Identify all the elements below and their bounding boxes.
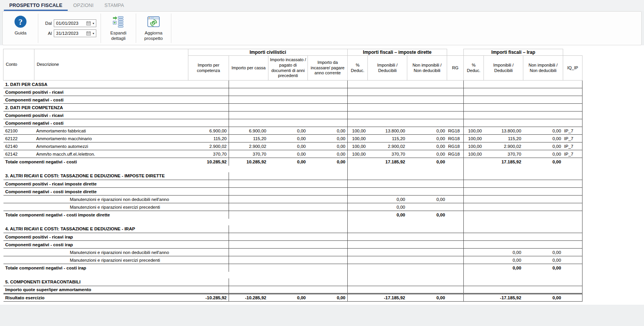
cell-num — [407, 88, 447, 96]
header-pct-deduc-irap: % Deduc. — [464, 56, 484, 81]
cell-num — [484, 188, 523, 196]
cell-num — [368, 166, 407, 172]
cell-num: 0,00 — [308, 294, 348, 302]
cell-num — [229, 88, 268, 96]
grid-area: Conto Descrizione Importi civilistici Im… — [0, 45, 644, 305]
cell-num — [407, 112, 447, 119]
cell-num: 370,70 — [484, 150, 523, 158]
cell-num — [484, 81, 523, 88]
cell-num: 13.800,00 — [484, 127, 523, 135]
cell-num — [464, 158, 484, 166]
cell-num — [268, 96, 308, 104]
table-row-section[interactable]: 3. ALTRI RICAVI E COSTI: TASSAZIONE E DE… — [3, 172, 583, 180]
cell-num: RG18 — [447, 142, 464, 150]
cell-num — [523, 188, 563, 196]
table-row-sub[interactable]: Componenti negativi - costi irap — [3, 241, 583, 249]
cell-num — [308, 81, 348, 88]
cell-num — [407, 278, 447, 286]
table-row-sub[interactable]: Componenti negativi - costi imposte dire… — [3, 188, 583, 196]
table-row-data[interactable]: 62140Ammortamento automezzi2.900,022.900… — [3, 142, 583, 150]
calendar-icon[interactable] — [86, 31, 91, 36]
date-to-field[interactable]: 31/12/2023 ▼ — [54, 29, 96, 37]
chevron-down-icon[interactable]: ▼ — [92, 32, 95, 35]
cell-num: 17.185,92 — [484, 158, 523, 166]
table-row-total[interactable]: Totale componenti negativi - costi10.285… — [3, 158, 583, 166]
table-row-sub[interactable]: Componenti negativi - costi — [3, 96, 583, 104]
cell-num — [348, 81, 368, 88]
tab-prospetto-fiscale[interactable]: PROSPETTO FISCALE — [4, 1, 68, 11]
table-row-section[interactable]: 4. ALTRI RICAVI E COSTI: TASSAZIONE E DE… — [3, 225, 583, 233]
table-row-section[interactable]: 1. DATI PER CASSA — [3, 81, 583, 88]
table-row-sub[interactable]: Componenti positivi - ricavi — [3, 112, 583, 119]
table-row-sub[interactable]: Componenti positivi - ricavi imposte dir… — [3, 180, 583, 188]
tab-stampa[interactable]: STAMPA — [99, 1, 130, 11]
guida-button[interactable]: ? Guida — [6, 12, 35, 44]
cell-num — [407, 172, 447, 180]
cell-num — [348, 278, 368, 286]
cell-num: 0,00 — [368, 211, 407, 219]
table-row-detail[interactable]: Manutenzioni e riparazioni esercizi prec… — [3, 256, 583, 264]
cell-label — [3, 166, 188, 172]
table-row-total[interactable]: Totale componenti negativi - costi irap0… — [3, 264, 583, 272]
cell-num — [368, 272, 407, 278]
cell-num — [563, 96, 583, 104]
cell-num — [268, 88, 308, 96]
cell-num: 0,00 — [407, 150, 447, 158]
cell-num: 0,00 — [308, 127, 348, 135]
date-from-label: Dal — [43, 21, 52, 26]
cell-num — [563, 172, 583, 180]
table-row-grandtotal[interactable]: Risultato esercizio-10.285,92-10.285,920… — [3, 294, 583, 302]
table-row-detail[interactable]: Manutenzioni e riparazioni non deducibil… — [3, 196, 583, 203]
cell-num — [447, 188, 464, 196]
cell-label: Totale componenti negativi - costi impos… — [3, 211, 188, 219]
cell-num — [348, 88, 368, 96]
table-row-section[interactable]: 2. DATI PER COMPETENZA — [3, 104, 583, 112]
cell-num — [268, 196, 308, 203]
cell-num — [563, 272, 583, 278]
table-row-sub[interactable]: Componenti positivi - ricavi — [3, 88, 583, 96]
cell-num: 0,00 — [523, 158, 563, 166]
cell-num — [229, 203, 268, 211]
aggiorna-prospetto-button[interactable]: Aggiorna prospetto — [139, 12, 168, 44]
cell-num — [368, 256, 407, 264]
table-row-section[interactable]: 5. COMPONENTI EXTRACONTABILI — [3, 278, 583, 286]
cell-label: Componenti positivi - ricavi — [3, 112, 188, 119]
cell-num — [308, 278, 348, 286]
cell-num — [523, 196, 563, 203]
cell-label: 1. DATI PER CASSA — [3, 81, 188, 88]
cell-num: 0,00 — [523, 127, 563, 135]
chevron-down-icon[interactable]: ▼ — [92, 22, 95, 25]
cell-num — [523, 81, 563, 88]
date-from-field[interactable]: 01/01/2023 ▼ — [54, 19, 96, 27]
cell-num: 0,00 — [268, 135, 308, 142]
table-row-detail[interactable]: Manutenzioni e riparazioni non deducibil… — [3, 249, 583, 256]
espandi-dettagli-button[interactable]: Espandi dettagli — [104, 12, 133, 44]
cell-num — [348, 233, 368, 241]
cell-num — [563, 219, 583, 225]
table-row-sub[interactable]: Componenti positivi - ricavi irap — [3, 233, 583, 241]
prospetto-grid: Conto Descrizione Importi civilistici Im… — [3, 49, 583, 302]
calendar-icon[interactable] — [86, 21, 91, 26]
table-row-detail[interactable]: Manutenzioni e riparazioni esercizi prec… — [3, 203, 583, 211]
refresh-prospetto-icon — [147, 14, 160, 29]
table-row-sub[interactable]: Importo quote super/iper ammortamento — [3, 286, 583, 294]
table-row-total[interactable]: Totale componenti negativi - costi impos… — [3, 211, 583, 219]
table-row-data[interactable]: 62100Ammortamento fabbricati6.900,006.90… — [3, 127, 583, 135]
table-row-data[interactable]: 62142Amm/to macch.uff.el./elettron.370,7… — [3, 150, 583, 158]
cell-label: 5. COMPONENTI EXTRACONTABILI — [3, 278, 188, 286]
cell-label — [3, 219, 188, 225]
cell-num — [447, 264, 464, 272]
cell-num: 0,00 — [368, 203, 407, 211]
cell-num — [308, 180, 348, 188]
cell-label: Manutenzioni e riparazioni esercizi prec… — [3, 203, 188, 211]
cell-num — [348, 264, 368, 272]
cell-num — [563, 88, 583, 96]
table-row-sub[interactable]: Componenti negativi - costi — [3, 119, 583, 127]
tab-opzioni[interactable]: OPZIONI — [68, 1, 99, 11]
table-row-data[interactable]: 62122Ammortamento macchinario115,20115,2… — [3, 135, 583, 142]
cell-num: 17.185,92 — [368, 158, 407, 166]
cell-num — [523, 96, 563, 104]
cell-num — [563, 203, 583, 211]
cell-num — [563, 233, 583, 241]
cell-num: RG18 — [447, 135, 464, 142]
